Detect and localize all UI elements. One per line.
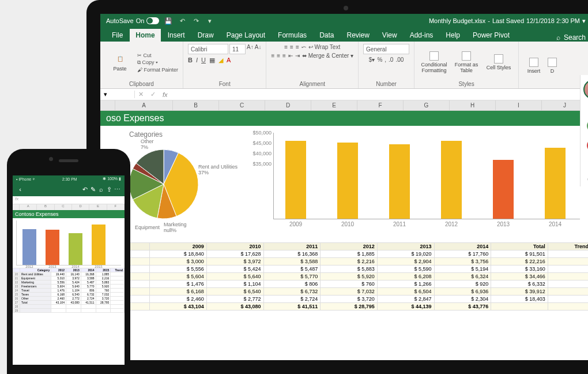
autosave-toggle[interactable]: AutoSave On bbox=[106, 17, 159, 24]
save-icon[interactable]: 💾 bbox=[164, 17, 173, 25]
cut-button[interactable]: ✂ Cut bbox=[137, 53, 178, 58]
percent-icon[interactable]: % bbox=[377, 57, 382, 63]
y-tick: $45,000 bbox=[252, 140, 274, 146]
enter-formula-icon[interactable]: ✓ bbox=[147, 91, 159, 98]
bar bbox=[493, 160, 514, 219]
font-color-icon[interactable]: A bbox=[227, 57, 231, 64]
conditional-formatting-button[interactable]: Conditional Formatting bbox=[419, 51, 449, 73]
carrier-label: • iPhone ᯤ bbox=[16, 177, 36, 181]
y-tick: $35,000 bbox=[252, 161, 274, 167]
phone-status-bar: • iPhone ᯤ 2:30 PM ✱ 100% ▮ bbox=[13, 175, 125, 182]
align-center-icon[interactable]: ≡ bbox=[277, 53, 280, 59]
col-header[interactable]: A bbox=[115, 100, 173, 110]
pie-label: Rent and Utilities37% bbox=[198, 164, 238, 175]
worksheet-area[interactable]: oso Expenses Categories Other7%Rent and … bbox=[100, 111, 588, 360]
cancel-formula-icon[interactable]: ✕ bbox=[135, 91, 147, 98]
user-avatar[interactable] bbox=[583, 80, 589, 99]
pie-title: Categories bbox=[129, 130, 239, 139]
tab-page-layout[interactable]: Page Layout bbox=[221, 29, 271, 42]
wrap-text-button[interactable]: ↩ Wrap Text bbox=[308, 44, 340, 50]
col-header[interactable]: D bbox=[265, 100, 311, 110]
format-painter-button[interactable]: 🖌 Format Painter bbox=[137, 67, 178, 73]
paste-button[interactable]: 📋 Paste bbox=[105, 53, 135, 72]
autosave-state: On bbox=[136, 17, 145, 24]
mobile-toolbar: ‹ ↶ ✎ ⌕ ⇪ ⋯ bbox=[13, 182, 125, 196]
x-tick: 2014 bbox=[549, 221, 561, 227]
select-all-corner[interactable] bbox=[100, 100, 115, 110]
number-format-dropdown[interactable]: General bbox=[363, 44, 409, 54]
font-size-dropdown[interactable]: 11 bbox=[229, 44, 246, 54]
undo-icon[interactable]: ↶ bbox=[81, 186, 89, 193]
align-bot-icon[interactable]: ≡ bbox=[296, 44, 299, 50]
col-header[interactable]: I bbox=[496, 100, 542, 110]
fx-icon[interactable]: fx bbox=[159, 91, 171, 98]
tab-data[interactable]: Data bbox=[314, 29, 340, 42]
delete-cells-button[interactable]: D bbox=[546, 58, 558, 74]
search-icon[interactable]: ⌕ bbox=[556, 33, 560, 42]
mobile-table[interactable]: Category2012201320142015Trend20Rent and … bbox=[13, 268, 125, 313]
grow-font-icon[interactable]: A↑ bbox=[247, 44, 254, 54]
tab-file[interactable]: File bbox=[106, 29, 129, 42]
collaboration-panel: ✉ S KL FN ▭ Sl bbox=[580, 75, 588, 186]
expense-table[interactable]: 200920102011201220132014TotalTrendUtilit… bbox=[100, 242, 588, 311]
tab-formulas[interactable]: Formulas bbox=[272, 29, 312, 42]
tab-view[interactable]: View bbox=[376, 29, 403, 42]
align-top-icon[interactable]: ≡ bbox=[284, 44, 288, 50]
search-label[interactable]: Search bbox=[564, 33, 586, 42]
bar-chart: $50,000$45,000$40,000$35,000200920102011… bbox=[250, 130, 586, 227]
saved-label: Last Saved bbox=[492, 17, 524, 24]
border-icon[interactable]: ▦ bbox=[209, 57, 215, 64]
align-right-icon[interactable]: ≡ bbox=[282, 53, 286, 59]
tab-home[interactable]: Home bbox=[130, 29, 160, 42]
bar bbox=[337, 143, 358, 219]
group-label: Number bbox=[363, 81, 409, 87]
italic-button[interactable]: I bbox=[196, 57, 198, 64]
col-header[interactable]: H bbox=[450, 100, 496, 110]
back-icon[interactable]: ‹ bbox=[16, 186, 24, 193]
comma-icon[interactable]: , bbox=[385, 57, 386, 63]
group-label: Styles bbox=[419, 81, 514, 87]
pie-label: Marketingnull% bbox=[164, 222, 187, 233]
underline-button[interactable]: U bbox=[201, 57, 206, 64]
redo-icon[interactable]: ↷ bbox=[191, 17, 201, 25]
font-name-dropdown[interactable]: Calibri bbox=[188, 44, 228, 54]
more-icon[interactable]: ⋯ bbox=[113, 186, 121, 193]
orientation-icon[interactable]: ⤺ bbox=[301, 44, 306, 50]
currency-icon[interactable]: $▾ bbox=[369, 57, 375, 63]
tab-help[interactable]: Help bbox=[440, 29, 466, 42]
align-left-icon[interactable]: ≡ bbox=[271, 53, 274, 59]
tab-power-pivot[interactable]: Power Pivot bbox=[467, 29, 515, 42]
qat-dropdown-icon[interactable]: ▾ bbox=[205, 17, 214, 25]
col-header[interactable]: C bbox=[219, 100, 265, 110]
search-icon[interactable]: ⌕ bbox=[97, 186, 105, 193]
align-mid-icon[interactable]: ≡ bbox=[290, 44, 293, 50]
format-as-table-button[interactable]: Format as Table bbox=[451, 51, 481, 73]
bold-button[interactable]: B bbox=[188, 57, 193, 64]
col-header[interactable]: F bbox=[357, 100, 404, 110]
indent-right-icon[interactable]: ⇥ bbox=[295, 53, 300, 59]
share-icon[interactable]: ⇪ bbox=[105, 186, 113, 193]
undo-icon[interactable]: ↶ bbox=[178, 17, 187, 25]
tab-insert[interactable]: Insert bbox=[162, 29, 191, 42]
shrink-font-icon[interactable]: A↓ bbox=[255, 44, 262, 54]
copy-button[interactable]: ⧉ Copy ▾ bbox=[137, 59, 178, 66]
tab-review[interactable]: Review bbox=[341, 29, 375, 42]
col-header[interactable]: B bbox=[173, 100, 219, 110]
name-box[interactable]: ▾ bbox=[100, 91, 135, 98]
insert-cells-button[interactable]: Insert bbox=[523, 58, 544, 74]
mobile-fx-bar[interactable]: fx bbox=[13, 196, 125, 204]
chevron-down-icon[interactable]: ▾ bbox=[582, 17, 586, 25]
draw-icon[interactable]: ✎ bbox=[89, 186, 97, 193]
indent-left-icon[interactable]: ⇤ bbox=[288, 53, 293, 59]
cell-styles-button[interactable]: Cell Styles bbox=[484, 54, 514, 70]
tab-draw[interactable]: Draw bbox=[192, 29, 220, 42]
col-header[interactable]: E bbox=[311, 100, 357, 110]
tab-add-ins[interactable]: Add-ins bbox=[404, 29, 439, 42]
inc-decimal-icon[interactable]: .0 bbox=[389, 57, 393, 63]
dec-decimal-icon[interactable]: .00 bbox=[395, 57, 404, 63]
merge-center-button[interactable]: ⬌ Merge & Center ▾ bbox=[302, 53, 353, 59]
autosave-switch-icon[interactable] bbox=[146, 17, 159, 24]
col-header[interactable]: G bbox=[404, 100, 450, 110]
fill-color-icon[interactable]: ◢ bbox=[218, 57, 223, 64]
mobile-bar-chart: 2012201320142015 bbox=[16, 220, 121, 265]
